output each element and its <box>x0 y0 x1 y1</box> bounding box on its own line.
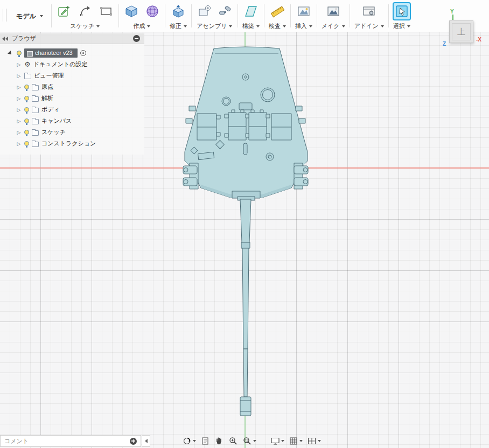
chevron-down-icon <box>381 25 384 27</box>
tree-root-row[interactable]: charioteer v23 <box>0 47 144 59</box>
grid-display-button[interactable] <box>289 436 303 446</box>
menu-insert[interactable]: 挿入 <box>295 22 312 30</box>
visibility-bulb-icon[interactable] <box>24 130 29 135</box>
tree-item-canvases[interactable]: ▷ キャンバス <box>0 115 144 127</box>
gear-icon: ⚙ <box>24 61 31 68</box>
menu-addins[interactable]: アドイン <box>354 22 384 30</box>
tree-item-construction[interactable]: ▷ コンストラクション <box>0 138 144 149</box>
measure-button[interactable] <box>269 3 285 19</box>
expander-icon[interactable]: ▷ <box>16 73 22 79</box>
expander-icon[interactable]: ▷ <box>16 141 22 146</box>
make-button[interactable] <box>325 3 341 19</box>
viewcube[interactable]: Y 上 Z -X <box>441 8 487 48</box>
create-sketch-button[interactable] <box>56 3 72 19</box>
orbit-button[interactable] <box>182 436 196 446</box>
viewcube-top-face[interactable]: 上 <box>449 20 473 43</box>
navigation-bar <box>182 436 321 446</box>
visibility-bulb-icon[interactable] <box>24 107 29 112</box>
menu-assembly[interactable]: アセンブリ <box>197 22 232 30</box>
toolbar-group-addins: アドイン <box>351 0 388 30</box>
menu-sketch[interactable]: スケッチ <box>70 22 100 30</box>
zoom-window-icon <box>242 436 252 446</box>
box-button[interactable] <box>123 3 139 19</box>
collapse-browser-button[interactable] <box>2 37 8 41</box>
minimize-browser-icon[interactable] <box>133 35 140 42</box>
expander-icon[interactable]: ▷ <box>16 96 22 101</box>
chevron-down-icon <box>147 25 150 27</box>
joint-button[interactable] <box>217 3 233 19</box>
menu-inspect[interactable]: 検査 <box>269 22 286 30</box>
look-at-icon <box>200 436 210 446</box>
tree-item-analysis[interactable]: ▷ 解析 <box>0 93 144 104</box>
select-button[interactable] <box>394 3 410 19</box>
expander-icon[interactable]: ▷ <box>16 62 22 67</box>
zoom-button[interactable] <box>228 436 238 446</box>
rectangle-icon <box>99 4 113 18</box>
toolbar-group-inspect: 検査 <box>265 0 290 30</box>
toolbar-divider <box>191 4 192 27</box>
comment-label: コメント <box>4 437 130 445</box>
add-comment-icon[interactable] <box>130 438 137 445</box>
browser-panel: ブラウザ charioteer v23 ▷ ⚙ ドキュメントの設定 ▷ ビュー管… <box>0 33 144 155</box>
toolbar-group-insert: 挿入 <box>291 0 316 30</box>
visibility-bulb-icon[interactable] <box>24 118 29 123</box>
zoom-window-button[interactable] <box>242 436 256 446</box>
toolbar-group-select: 選択 <box>389 0 414 30</box>
expander-icon[interactable]: ▷ <box>16 130 22 135</box>
tree-item-bodies[interactable]: ▷ ボディ <box>0 104 144 115</box>
construction-plane-button[interactable] <box>243 3 259 19</box>
comment-bar: コメント <box>0 435 141 447</box>
toolbar-group-sketch: スケッチ <box>52 0 118 30</box>
toolbar-divider <box>264 4 264 27</box>
toolbar-divider <box>290 4 291 27</box>
expander-icon[interactable]: ▷ <box>16 85 22 90</box>
menu-select[interactable]: 選択 <box>393 22 410 30</box>
root-component-label[interactable]: charioteer v23 <box>24 48 78 58</box>
toolbar-grip[interactable] <box>3 9 6 22</box>
construction-plane-icon <box>244 4 258 18</box>
workspace-selector[interactable]: モデル <box>8 0 51 32</box>
tree-item-origin[interactable]: ▷ 原点 <box>0 81 144 93</box>
expander-icon[interactable]: ▷ <box>16 118 22 124</box>
toolbar-divider <box>388 4 389 27</box>
folder-icon <box>24 74 31 79</box>
select-icon <box>395 4 409 18</box>
menu-modify[interactable]: 修正 <box>170 22 187 30</box>
tree-item-sketches[interactable]: ▷ スケッチ <box>0 127 144 138</box>
chevron-down-icon <box>281 440 284 442</box>
visibility-bulb-icon[interactable] <box>17 51 22 55</box>
pan-button[interactable] <box>214 436 224 446</box>
main-toolbar: モデル <box>0 0 489 32</box>
chevron-down-icon <box>193 440 196 442</box>
toolbar-divider <box>237 4 238 27</box>
expander-open-icon[interactable] <box>8 51 13 56</box>
look-at-button[interactable] <box>200 436 210 446</box>
collapse-comment-button[interactable] <box>142 435 150 447</box>
arc-button[interactable] <box>77 3 93 19</box>
chevron-down-icon <box>40 15 43 17</box>
expander-icon[interactable]: ▷ <box>16 107 22 113</box>
menu-construct[interactable]: 構築 <box>242 22 260 30</box>
activate-component-icon[interactable] <box>80 50 86 56</box>
folder-icon <box>32 130 39 136</box>
display-settings-button[interactable] <box>270 436 284 446</box>
zoom-icon <box>228 436 238 446</box>
press-pull-button[interactable] <box>170 3 186 19</box>
new-component-button[interactable] <box>196 3 212 19</box>
tree-item-document-settings[interactable]: ▷ ⚙ ドキュメントの設定 <box>0 59 144 70</box>
press-pull-icon <box>171 4 185 18</box>
menu-create[interactable]: 作成 <box>133 22 150 30</box>
insert-button[interactable] <box>296 3 312 19</box>
folder-icon <box>32 142 39 147</box>
tree-item-view-management[interactable]: ▷ ビュー管理 <box>0 70 144 81</box>
visibility-bulb-icon[interactable] <box>24 85 29 89</box>
browser-header: ブラウザ <box>0 33 144 44</box>
visibility-bulb-icon[interactable] <box>24 96 29 101</box>
menu-make[interactable]: メイク <box>322 22 345 30</box>
visibility-bulb-icon[interactable] <box>24 141 29 146</box>
viewports-button[interactable] <box>307 436 321 446</box>
rectangle-button[interactable] <box>98 3 114 19</box>
sphere-button[interactable] <box>144 3 160 19</box>
addins-button[interactable] <box>361 3 377 19</box>
toolbar-divider <box>317 4 317 27</box>
